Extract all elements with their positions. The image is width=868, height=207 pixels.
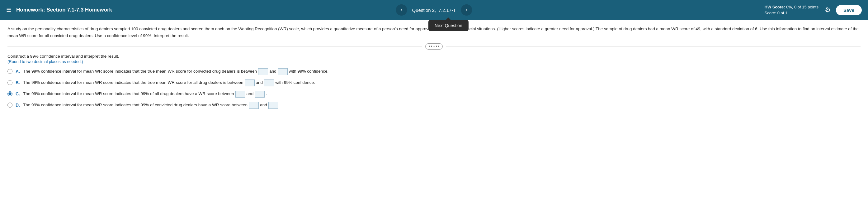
choice-d-text-before: The 99% confidence interval for mean WR …	[23, 102, 248, 109]
menu-icon[interactable]: ☰	[6, 6, 11, 13]
question-label: Question 2, 7.2.17-T	[412, 7, 456, 13]
choice-d-input-2[interactable]	[268, 102, 278, 109]
radio-d[interactable]	[7, 102, 12, 108]
choice-row-b: B. The 99% confidence interval for mean …	[7, 80, 861, 86]
choice-letter-a: A.	[16, 68, 20, 75]
choice-a-and: and	[269, 68, 276, 75]
nav-center: ‹ Question 2, 7.2.17-T ›	[396, 4, 472, 16]
dots-box: • • • • •	[425, 43, 443, 50]
choice-text-b: The 99% confidence interval for mean WR …	[23, 80, 315, 86]
choice-row-c: C. The 99% confidence interval for mean …	[7, 91, 861, 97]
radio-a[interactable]	[7, 69, 12, 74]
question-id: 7.2.17-T	[439, 7, 456, 13]
hw-score-line: HW Score: 0%, 0 of 15 points	[765, 4, 818, 10]
next-question-tooltip: Next Question	[428, 20, 469, 31]
header-homework-prefix: Homework:	[16, 7, 46, 13]
score-label: Score:	[765, 10, 776, 15]
score-value: 0 of 1	[777, 10, 788, 15]
choice-d-text-after: .	[280, 102, 281, 109]
header-title: Homework: Section 7.1-7.3 Homework	[16, 7, 112, 13]
score-line: Score: 0 of 1	[765, 10, 818, 16]
next-question-button[interactable]: ›	[461, 4, 472, 16]
main-content: A study on the personality characteristi…	[0, 20, 868, 112]
choice-c-text-before: The 99% confidence interval for mean WR …	[23, 91, 234, 97]
choice-c-and: and	[247, 91, 254, 97]
instruction-text: Construct a 99% confidence interval and …	[7, 54, 861, 59]
choice-text-d: The 99% confidence interval for mean WR …	[23, 102, 280, 109]
prev-question-button[interactable]: ‹	[396, 4, 407, 16]
header-homework-title: Section 7.1-7.3 Homework	[46, 7, 112, 13]
instruction-sub-text: (Round to two decimal places as needed.)	[7, 59, 861, 64]
question-label-text: Question 2,	[412, 7, 436, 13]
choice-a-input-1[interactable]	[258, 68, 268, 75]
divider-line-left	[7, 46, 422, 47]
header: ☰ Homework: Section 7.1-7.3 Homework ‹ Q…	[0, 0, 868, 20]
choice-letter-b: B.	[16, 80, 20, 86]
divider: • • • • •	[7, 43, 861, 50]
choice-b-input-1[interactable]	[245, 80, 255, 86]
choice-b-input-2[interactable]	[264, 80, 274, 86]
choice-d-and: and	[260, 102, 267, 109]
choice-letter-d: D.	[16, 102, 20, 109]
choice-c-input-2[interactable]	[255, 91, 265, 97]
hw-score-label: HW Score:	[765, 5, 785, 9]
choice-b-text-after: with 99% confidence.	[275, 80, 315, 86]
radio-c[interactable]	[7, 91, 12, 96]
choice-text-c: The 99% confidence interval for mean WR …	[23, 91, 267, 97]
choice-b-and: and	[256, 80, 263, 86]
choice-c-text-after: .	[266, 91, 267, 97]
settings-button[interactable]: ⚙	[825, 6, 831, 14]
scores-area: HW Score: 0%, 0 of 15 points Score: 0 of…	[765, 4, 818, 16]
choice-c-input-1[interactable]	[236, 91, 245, 97]
hw-score-value: 0%, 0 of 15 points	[786, 5, 818, 9]
choice-d-input-1[interactable]	[249, 102, 259, 109]
choice-b-text-before: The 99% confidence interval for mean WR …	[23, 80, 244, 86]
choice-text-a: The 99% confidence interval for mean WR …	[23, 68, 329, 75]
divider-line-right	[446, 46, 861, 47]
tooltip-container: Next Question	[428, 20, 469, 31]
save-button[interactable]: Save	[836, 5, 862, 15]
answer-choices: A. The 99% confidence interval for mean …	[7, 68, 861, 109]
choice-a-text-before: The 99% confidence interval for mean WR …	[23, 68, 257, 75]
radio-b[interactable]	[7, 80, 12, 85]
choice-row-d: D. The 99% confidence interval for mean …	[7, 102, 861, 109]
choice-a-input-2[interactable]	[278, 68, 288, 75]
choice-a-text-after: with 99% confidence.	[289, 68, 329, 75]
choice-row-a: A. The 99% confidence interval for mean …	[7, 68, 861, 75]
choice-letter-c: C.	[16, 91, 20, 97]
